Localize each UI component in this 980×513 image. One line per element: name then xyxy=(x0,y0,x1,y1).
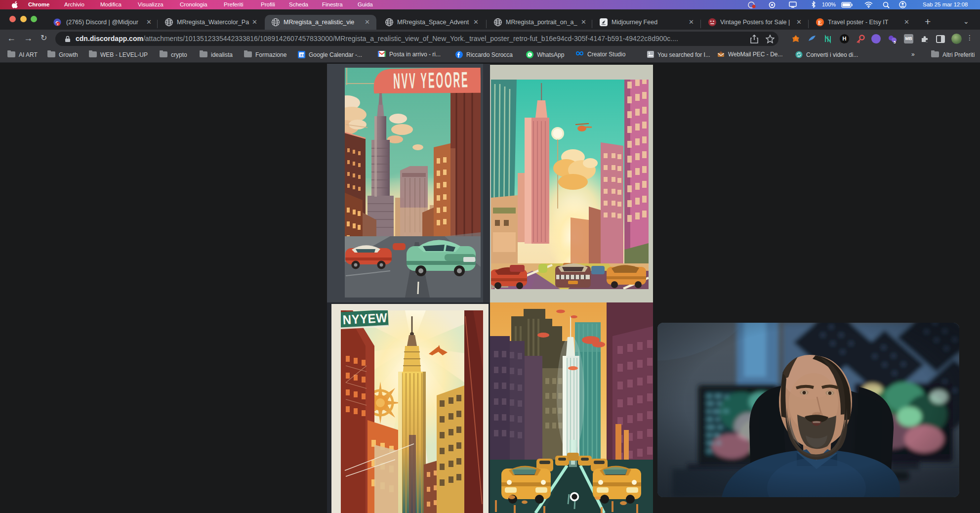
svg-text:2: 2 xyxy=(57,23,58,26)
svg-text:31: 31 xyxy=(300,53,304,57)
svg-text:NVV YEOORE: NVV YEOORE xyxy=(393,67,470,93)
svg-text:NYYEW: NYYEW xyxy=(342,310,388,327)
svg-text:E: E xyxy=(818,19,822,26)
svg-text:5: 5 xyxy=(894,40,896,44)
